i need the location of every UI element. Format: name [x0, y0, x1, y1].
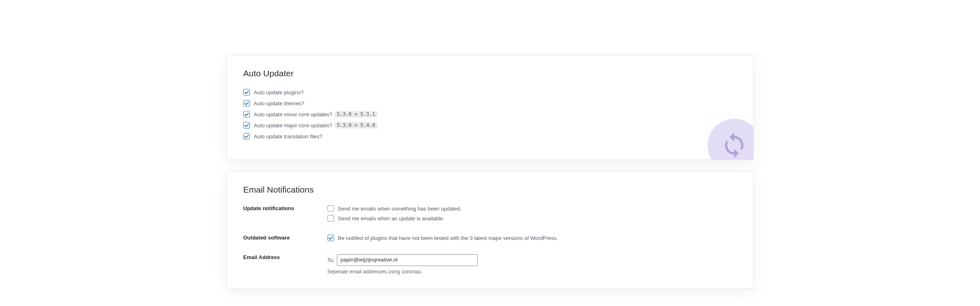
- option-auto-update-plugins: Auto update plugins?: [243, 89, 737, 95]
- checkbox-auto-update-plugins[interactable]: [243, 89, 250, 95]
- auto-updater-title: Auto Updater: [243, 69, 737, 78]
- option-label: Auto update translation files?: [254, 133, 323, 140]
- checkbox-label: Send me emails when an update is availab…: [338, 215, 445, 222]
- checkbox-email-on-available[interactable]: [327, 215, 334, 222]
- row-email-address: Email Address To: Seperate email address…: [243, 254, 737, 275]
- email-notifications-title: Email Notifications: [243, 185, 737, 195]
- option-label: Auto update minor core updates?: [254, 111, 332, 118]
- option-label: Auto update plugins?: [254, 89, 304, 95]
- checkbox-outdated-plugins[interactable]: [327, 235, 334, 241]
- checkbox-auto-update-translations[interactable]: [243, 133, 250, 140]
- checkbox-auto-update-minor-core[interactable]: [243, 111, 250, 118]
- version-hint-major: 5.3.0 > 5.4.0: [335, 122, 377, 129]
- option-auto-update-themes: Auto update themes?: [243, 100, 737, 106]
- label-update-notifications: Update notifications: [243, 205, 327, 225]
- auto-updater-panel: Auto Updater Auto update plugins? Auto u…: [227, 55, 754, 160]
- checkbox-email-on-updated[interactable]: [327, 205, 334, 212]
- email-notifications-panel: Email Notifications Update notifications…: [227, 171, 754, 289]
- option-label: Auto update themes?: [254, 100, 305, 106]
- email-address-input[interactable]: [337, 254, 478, 266]
- checkbox-auto-update-major-core[interactable]: [243, 122, 250, 129]
- checkbox-auto-update-themes[interactable]: [243, 100, 250, 106]
- version-hint-minor: 5.3.0 > 5.3.1: [335, 111, 377, 118]
- option-auto-update-translations: Auto update translation files?: [243, 133, 737, 140]
- label-outdated-software: Outdated software: [243, 235, 327, 244]
- email-helper-text: Seperate email addresses using commas.: [327, 269, 737, 275]
- checkbox-label: Be notified of plugins that have not bee…: [338, 235, 558, 241]
- to-label: To:: [327, 257, 334, 263]
- row-update-notifications: Update notifications Send me emails when…: [243, 205, 737, 225]
- auto-updater-options: Auto update plugins? Auto update themes?…: [243, 89, 737, 140]
- row-outdated-software: Outdated software Be notified of plugins…: [243, 235, 737, 244]
- checkbox-label: Send me emails when something has been u…: [338, 206, 462, 212]
- option-auto-update-minor-core: Auto update minor core updates? 5.3.0 > …: [243, 111, 737, 118]
- label-email-address: Email Address: [243, 254, 327, 275]
- option-label: Auto update major core updates?: [254, 122, 332, 129]
- option-auto-update-major-core: Auto update major core updates? 5.3.0 > …: [243, 122, 737, 129]
